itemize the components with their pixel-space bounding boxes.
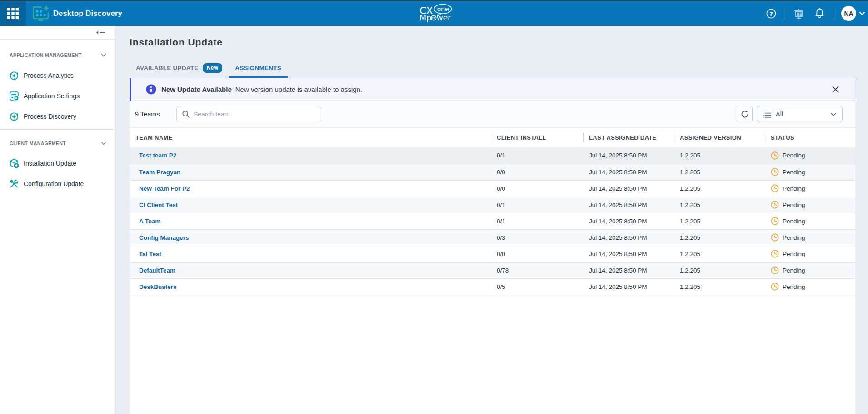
last-assigned-date-cell: Jul 14, 2025 8:50 PM <box>583 180 674 197</box>
client-install-cell: 0/1 <box>491 197 583 213</box>
sidebar-item-label: Process Discovery <box>24 113 76 120</box>
tab-label: ASSIGNMENTS <box>235 65 281 71</box>
table-row[interactable]: Team Pragyan 0/0 Jul 14, 2025 8:50 PM 1.… <box>130 164 855 180</box>
sidebar-item-label: Installation Update <box>24 160 76 167</box>
sidebar-item-application-settings[interactable]: Application Settings <box>0 86 115 106</box>
tab-assignments[interactable]: ASSIGNMENTS <box>229 60 288 78</box>
help-icon: ? <box>765 8 777 20</box>
last-assigned-date-cell: Jul 14, 2025 8:50 PM <box>583 278 674 295</box>
team-name-link[interactable]: DefaultTeam <box>139 267 175 274</box>
status-cell: Pending <box>765 180 855 197</box>
sidebar-item-process-discovery[interactable]: Process Discovery <box>0 106 115 126</box>
pending-clock-icon <box>771 151 779 160</box>
svg-text:M: M <box>419 13 426 22</box>
sidebar: APPLICATION MANAGEMENT <box>0 26 116 414</box>
status-text: Pending <box>783 267 805 274</box>
sidebar-section-application-management: APPLICATION MANAGEMENT <box>0 40 115 130</box>
process-discovery-icon <box>9 111 20 122</box>
column-header-assigned-version[interactable]: ASSIGNED VERSION <box>674 128 765 147</box>
presentation-board-icon <box>793 8 804 19</box>
app-switcher-button[interactable] <box>0 1 26 26</box>
pending-clock-icon <box>771 184 779 192</box>
user-menu-chevron-icon[interactable] <box>859 11 865 15</box>
status-text: Pending <box>783 202 805 208</box>
svg-text:?: ? <box>769 10 773 17</box>
assigned-version-cell: 1.2.205 <box>674 278 765 295</box>
column-header-last-assigned-date[interactable]: LAST ASSIGNED DATE <box>583 128 674 147</box>
assigned-version-cell: 1.2.205 <box>674 197 765 213</box>
svg-text:one: one <box>437 5 449 12</box>
installation-update-icon <box>9 158 20 169</box>
section-header-application-management[interactable]: APPLICATION MANAGEMENT <box>0 47 115 63</box>
team-name-link[interactable]: Team Pragyan <box>139 169 180 176</box>
assignments-table: TEAM NAME CLIENT INSTALL LAST ASSIGNED D… <box>130 128 855 295</box>
last-assigned-date-cell: Jul 14, 2025 8:50 PM <box>583 147 674 164</box>
search-icon <box>182 110 190 118</box>
status-filter-select[interactable]: All <box>757 106 843 122</box>
column-header-client-install[interactable]: CLIENT INSTALL <box>491 128 583 147</box>
team-name-link[interactable]: Tal Test <box>139 251 161 257</box>
pending-clock-icon <box>771 233 779 242</box>
filter-list-icon <box>763 110 772 118</box>
banner-title: New Update Available <box>161 86 232 93</box>
sidebar-item-installation-update[interactable]: Installation Update <box>0 153 115 173</box>
sidebar-item-label: Process Analytics <box>24 72 74 79</box>
last-assigned-date-cell: Jul 14, 2025 8:50 PM <box>583 262 674 278</box>
status-cell: Pending <box>765 278 855 295</box>
presentation-button[interactable] <box>790 5 808 23</box>
client-install-cell: 0/0 <box>491 246 583 262</box>
refresh-button[interactable] <box>737 106 753 122</box>
column-header-team-name[interactable]: TEAM NAME <box>130 128 491 147</box>
client-install-cell: 0/0 <box>491 164 583 180</box>
sidebar-item-configuration-update[interactable]: Configuration Update <box>0 173 115 194</box>
status-cell: Pending <box>765 164 855 180</box>
app-title: Desktop Discovery <box>53 9 122 18</box>
status-cell: Pending <box>765 246 855 262</box>
cxone-mpower-logo: CX one M p wer <box>418 3 453 22</box>
table-row[interactable]: DefaultTeam 0/78 Jul 14, 2025 8:50 PM 1.… <box>130 262 855 278</box>
status-text: Pending <box>783 283 805 290</box>
collapse-sidebar-icon[interactable] <box>96 29 105 36</box>
search-input[interactable] <box>194 111 316 118</box>
table-toolbar: 9 Teams <box>130 101 855 128</box>
last-assigned-date-cell: Jul 14, 2025 8:50 PM <box>583 197 674 213</box>
assigned-version-cell: 1.2.205 <box>674 147 765 164</box>
client-install-cell: 0/0 <box>491 180 583 197</box>
pending-clock-icon <box>771 266 779 274</box>
table-row[interactable]: Test team P2 0/1 Jul 14, 2025 8:50 PM 1.… <box>130 147 855 164</box>
team-name-link[interactable]: Config Managers <box>139 234 189 241</box>
assigned-version-cell: 1.2.205 <box>674 246 765 262</box>
section-header-client-management[interactable]: CLIENT MANAGEMENT <box>0 135 115 151</box>
status-cell: Pending <box>765 213 855 229</box>
table-row[interactable]: A Team 0/1 Jul 14, 2025 8:50 PM 1.2.205 … <box>130 213 855 229</box>
avatar-initials: NA <box>844 10 853 17</box>
table-row[interactable]: CI Client Test 0/1 Jul 14, 2025 8:50 PM … <box>130 197 855 213</box>
pending-clock-icon <box>771 250 779 258</box>
client-install-cell: 0/5 <box>491 278 583 295</box>
waffle-grid-icon <box>7 8 19 19</box>
user-avatar[interactable]: NA <box>841 6 856 21</box>
table-row[interactable]: DeskBusters 0/5 Jul 14, 2025 8:50 PM 1.2… <box>130 278 855 295</box>
table-row[interactable]: Tal Test 0/0 Jul 14, 2025 8:50 PM 1.2.20… <box>130 246 855 262</box>
tab-available-update[interactable]: AVAILABLE UPDATE New <box>130 60 229 78</box>
table-row[interactable]: Config Managers 0/3 Jul 14, 2025 8:50 PM… <box>130 229 855 246</box>
topbar-actions: ? <box>762 1 868 26</box>
last-assigned-date-cell: Jul 14, 2025 8:50 PM <box>583 229 674 246</box>
help-button[interactable]: ? <box>762 5 780 23</box>
status-text: Pending <box>783 251 805 257</box>
team-name-link[interactable]: New Team For P2 <box>139 185 190 192</box>
sidebar-item-process-analytics[interactable]: Process Analytics <box>0 65 115 86</box>
team-name-link[interactable]: Test team P2 <box>139 152 176 159</box>
section-label: CLIENT MANAGEMENT <box>10 141 66 146</box>
team-name-link[interactable]: DeskBusters <box>139 283 177 290</box>
team-name-link[interactable]: CI Client Test <box>139 202 178 208</box>
notifications-button[interactable] <box>810 5 828 23</box>
assigned-version-cell: 1.2.205 <box>674 262 765 278</box>
team-name-link[interactable]: A Team <box>139 218 160 225</box>
column-header-status[interactable]: STATUS <box>765 128 855 147</box>
client-install-cell: 0/1 <box>491 147 583 164</box>
banner-close-button[interactable] <box>828 82 843 97</box>
table-row[interactable]: New Team For P2 0/0 Jul 14, 2025 8:50 PM… <box>130 180 855 197</box>
pending-clock-icon <box>771 168 779 176</box>
sidebar-section-client-management: CLIENT MANAGEMENT <box>0 130 115 194</box>
